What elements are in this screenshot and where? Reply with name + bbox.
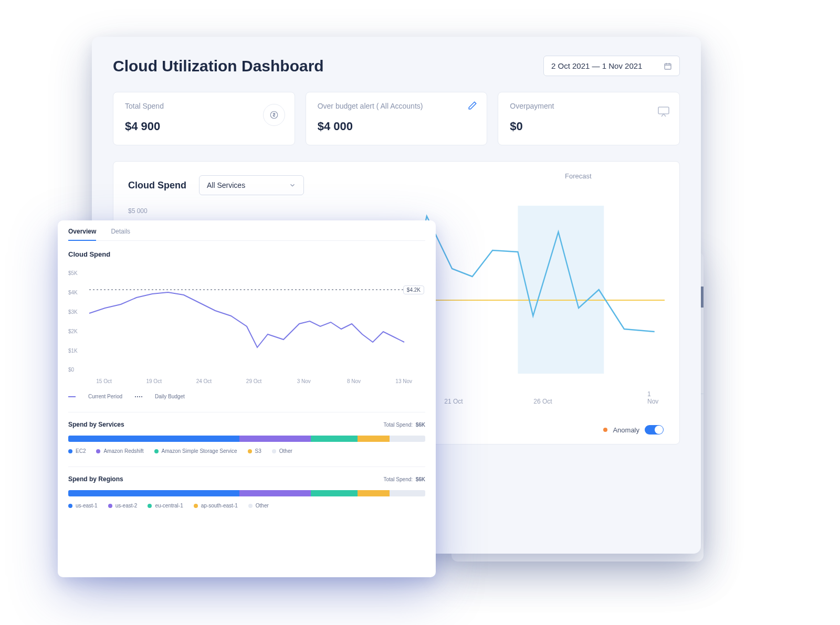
x-tick: 8 Nov: [347, 378, 361, 384]
bar-seg-s3: [358, 436, 390, 442]
dollar-icon: [263, 104, 285, 126]
anomaly-label: Anomaly: [613, 426, 639, 434]
service-selector[interactable]: All Services: [199, 175, 304, 195]
anomaly-dot-icon: [603, 428, 607, 432]
bar-seg-ec2: [68, 436, 239, 442]
legend-dashed-icon: [135, 396, 142, 397]
panel-title: Cloud Spend: [128, 180, 186, 191]
legend-dot-icon: [248, 504, 253, 508]
edit-metric-button[interactable]: [468, 101, 477, 110]
forecast-label: Forecast: [565, 172, 592, 180]
bar-seg: [390, 490, 425, 496]
legend-dot-icon: [68, 449, 72, 453]
metric-budget-alert: Over budget alert ( All Accounts) $4 000: [306, 92, 488, 145]
legend-item: Other: [256, 503, 269, 509]
spend-by-services-section: Spend by Services Total Spend: $6K EC2 A…: [68, 412, 425, 454]
legend-item: us-east-1: [76, 503, 98, 509]
legend-dot-icon: [108, 504, 112, 508]
forecast-zone: [518, 206, 604, 374]
metric-label: Overpayment: [510, 102, 668, 110]
legend-dot-icon: [96, 449, 100, 453]
overlay-spend-line: [89, 292, 404, 347]
legend-dot-icon: [272, 449, 276, 453]
x-tick: 29 Oct: [246, 378, 261, 384]
legend-line-icon: [68, 396, 76, 397]
bar-seg: [239, 490, 311, 496]
spend-by-regions-section: Spend by Regions Total Spend: $6K us-eas…: [68, 467, 425, 509]
total-value: $6K: [416, 476, 425, 482]
legend-item: Daily Budget: [155, 394, 185, 399]
total-value: $6K: [416, 422, 425, 428]
page-title: Cloud Utilization Dashboard: [113, 57, 324, 75]
y-tick: $5 000: [128, 207, 148, 215]
overlay-chart-title: Cloud Spend: [68, 250, 425, 258]
legend-item: eu-central-1: [155, 503, 183, 509]
chevron-down-icon: [289, 182, 296, 189]
total-label: Total Spend:: [383, 422, 413, 428]
metric-label: Over budget alert ( All Accounts): [318, 102, 476, 110]
bar-seg-other: [390, 436, 425, 442]
legend-dot-icon: [248, 449, 252, 453]
legend-item: ap-south-east-1: [201, 503, 238, 509]
regions-bar: [68, 490, 425, 496]
legend-dot-icon: [194, 504, 198, 508]
tab-overview[interactable]: Overview: [68, 228, 96, 235]
legend-item: EC2: [76, 448, 86, 454]
date-range-picker[interactable]: 2 Oct 2021 — 1 Nov 2021: [543, 56, 680, 76]
legend-dot-icon: [154, 449, 159, 453]
overlay-legend: Current Period Daily Budget: [68, 394, 425, 399]
section-title: Spend by Services: [68, 421, 124, 428]
legend-item: Current Period: [88, 394, 122, 399]
x-tick: 15 Oct: [96, 378, 111, 384]
bar-seg: [311, 490, 357, 496]
svg-rect-2: [658, 107, 669, 114]
x-tick: 21 Oct: [444, 398, 463, 405]
overview-overlay-card: Overview Details Cloud Spend $5K $4K $3K…: [58, 220, 436, 577]
legend-dot-icon: [148, 504, 152, 508]
metric-value: $4 900: [125, 120, 283, 133]
metric-value: $0: [510, 120, 668, 133]
bar-seg: [68, 490, 239, 496]
section-title: Spend by Regions: [68, 475, 123, 483]
budget-pill: $4.2K: [403, 285, 424, 294]
legend-item: us-east-2: [116, 503, 138, 509]
legend-item: Amazon Simple Storage Service: [162, 448, 237, 454]
bar-seg-s3service: [311, 436, 357, 442]
presentation-icon: [657, 106, 670, 118]
bar-seg-redshift: [239, 436, 311, 442]
x-tick: 3 Nov: [297, 378, 311, 384]
services-bar: [68, 436, 425, 442]
legend-item: S3: [255, 448, 261, 454]
svg-rect-0: [665, 63, 671, 69]
x-tick: 1 Nov: [647, 390, 659, 405]
metric-total-spend: Total Spend $4 900: [113, 92, 295, 145]
anomaly-toggle[interactable]: [645, 425, 664, 435]
x-tick: 19 Oct: [146, 378, 161, 384]
metric-overpayment: Overpayment $0: [498, 92, 680, 145]
metric-value: $4 000: [318, 120, 476, 133]
bar-seg: [358, 490, 390, 496]
calendar-icon: [664, 62, 672, 70]
x-tick: 13 Nov: [395, 378, 412, 384]
tab-details[interactable]: Details: [111, 228, 130, 235]
legend-item: Other: [279, 448, 292, 454]
metric-label: Total Spend: [125, 102, 283, 110]
date-range-text: 2 Oct 2021 — 1 Nov 2021: [551, 61, 642, 70]
x-tick: 26 Oct: [533, 398, 552, 405]
selector-value: All Services: [207, 181, 245, 189]
legend-item: Amazon Redshift: [103, 448, 143, 454]
total-label: Total Spend:: [383, 476, 413, 482]
legend-dot-icon: [68, 504, 72, 508]
overlay-chart: $5K $4K $3K $2K $1K $0 $4.2K 15 Oct 19 O…: [68, 263, 425, 384]
x-tick: 24 Oct: [196, 378, 212, 384]
pencil-icon: [468, 101, 477, 110]
